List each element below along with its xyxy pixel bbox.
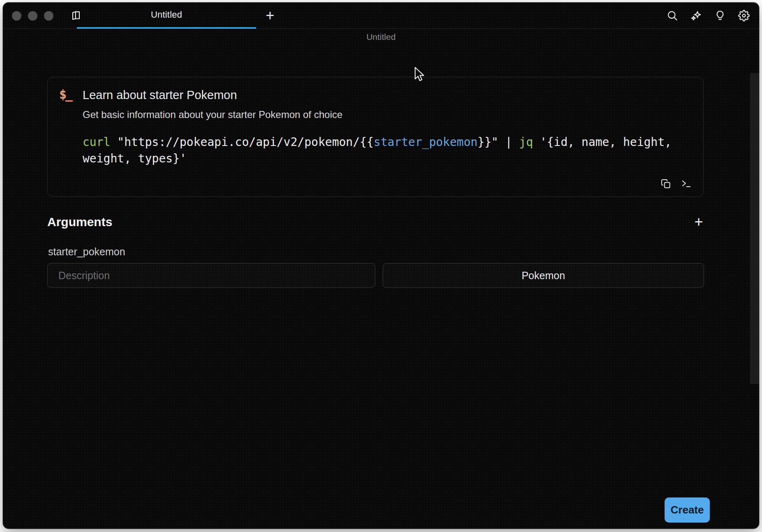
titlebar-actions: [666, 9, 750, 22]
plus-icon: +: [266, 8, 274, 23]
tab-untitled[interactable]: Untitled: [77, 2, 256, 29]
argument-default-value-input[interactable]: [383, 263, 704, 288]
add-argument-button[interactable]: +: [690, 213, 708, 231]
arguments-heading: Arguments: [47, 215, 112, 229]
prompt-icon: $_: [59, 87, 72, 102]
zoom-window-icon[interactable]: [44, 11, 53, 21]
card-actions: [660, 178, 693, 190]
create-button[interactable]: Create: [665, 497, 710, 523]
arguments-header: Arguments +: [47, 213, 704, 231]
traffic-lights: [12, 11, 53, 21]
search-icon[interactable]: [666, 9, 679, 22]
new-tab-button[interactable]: +: [260, 6, 280, 25]
argument-name-label: starter_pokemon: [48, 246, 125, 258]
workflow-description: Get basic information about your starter…: [83, 109, 691, 120]
workflow-title: Learn about starter Pokemon: [83, 88, 691, 102]
minimize-window-icon[interactable]: [28, 11, 37, 21]
close-window-icon[interactable]: [12, 11, 21, 21]
page-title: Untitled: [3, 32, 759, 42]
lightbulb-icon[interactable]: [714, 9, 726, 22]
argument-description-input[interactable]: [47, 263, 375, 288]
gear-icon[interactable]: [738, 9, 750, 22]
sparkles-icon[interactable]: [690, 9, 702, 22]
app-window: Untitled +: [3, 2, 759, 529]
command-code[interactable]: curl "https://pokeapi.co/api/v2/pokemon/…: [83, 134, 691, 167]
workflow-card: $_ Learn about starter Pokemon Get basic…: [47, 77, 704, 197]
tab-label: Untitled: [151, 9, 182, 20]
copy-icon[interactable]: [660, 178, 672, 190]
plus-icon: +: [694, 215, 703, 229]
scrollbar-thumb[interactable]: [750, 73, 759, 384]
titlebar: Untitled +: [3, 2, 759, 29]
terminal-icon[interactable]: [680, 178, 693, 190]
